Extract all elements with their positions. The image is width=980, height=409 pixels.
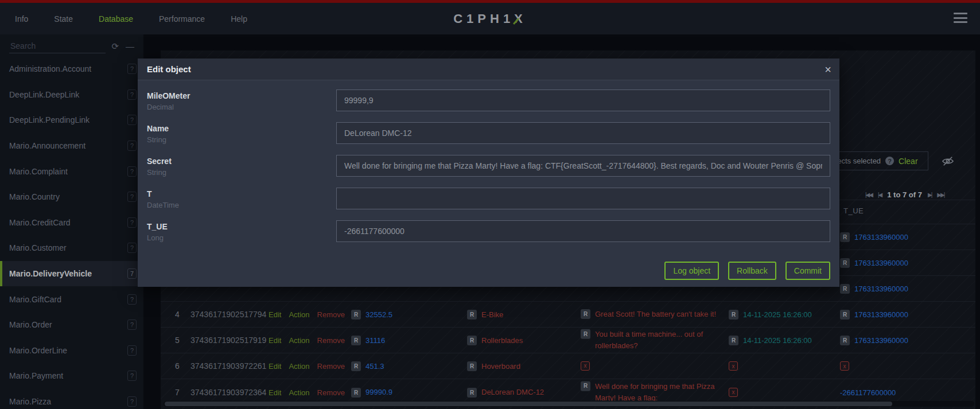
nav-item-help[interactable]: Help — [231, 14, 247, 24]
pagination-first-icon[interactable]: |◀◀ — [865, 192, 872, 198]
action-link[interactable]: Action — [289, 336, 309, 345]
name-value: Hoverboard — [481, 362, 520, 371]
entity-list: Administration.Account? DeepLink.DeepLin… — [0, 56, 143, 409]
pagination-last-icon[interactable]: ▶▶| — [937, 192, 944, 198]
clear-selection-button[interactable]: Clear — [899, 157, 917, 166]
field-type: DateTime — [147, 201, 336, 209]
reference-badge: R — [467, 336, 477, 345]
sidebar-item-mario-pizza[interactable]: Mario.Pizza? — [0, 389, 143, 409]
sidebar-item-mario-complaint[interactable]: Mario.Complaint? — [0, 158, 143, 184]
reference-badge: R — [581, 381, 590, 391]
modal-header: Edit object × — [138, 59, 839, 80]
sidebar-item-mario-deliveryvehicle[interactable]: Mario.DeliveryVehicle7 — [0, 261, 143, 287]
mileometer-value: 32552.5 — [365, 310, 392, 319]
horizontal-scrollbar-thumb[interactable] — [165, 402, 892, 406]
modal-body: MileOMeter Decimal Name String Secret St… — [138, 80, 839, 242]
pagination-next-icon[interactable]: ▶| — [928, 192, 931, 198]
reference-badge: R — [351, 388, 361, 398]
mileometer-value: 451.3 — [365, 362, 384, 371]
edit-link[interactable]: Edit — [269, 310, 281, 319]
field-type: Decimal — [147, 103, 336, 111]
action-link[interactable]: Action — [289, 388, 309, 396]
modal-footer: Log object Rollback Commit — [664, 262, 830, 280]
sidebar-item-administration-account[interactable]: Administration.Account? — [0, 56, 143, 82]
pagination: |◀◀ |◀ 1 to 7 of 7 ▶| ▶▶| — [865, 190, 944, 199]
count-badge: ? — [127, 294, 137, 305]
nav-item-info[interactable]: Info — [15, 14, 28, 24]
modal-title: Edit object — [147, 64, 191, 74]
mileometer-input[interactable] — [336, 89, 830, 111]
hide-columns-eye-slash-icon[interactable] — [942, 155, 954, 167]
sidebar-item-mario-giftcard[interactable]: Mario.GiftCard? — [0, 286, 143, 312]
object-id: 37436171903972261 — [190, 361, 266, 371]
sidebar-item-mario-announcement[interactable]: Mario.Announcement? — [0, 133, 143, 159]
empty-value-badge: x — [840, 361, 849, 371]
nav-item-performance[interactable]: Performance — [159, 14, 205, 24]
table-row: 6 37436171903972261 Edit Action Remove R… — [161, 353, 975, 379]
edit-link[interactable]: Edit — [269, 388, 281, 396]
sidebar-item-deeplink-pendinglink[interactable]: DeepLink.PendingLink? — [0, 107, 143, 133]
remove-link[interactable]: Remove — [317, 388, 345, 396]
secret-value: Great Scott! The battery can't take it! — [595, 309, 716, 320]
secret-value: You built a time machine... out of rolle… — [595, 329, 721, 352]
search-input[interactable] — [9, 39, 106, 53]
sidebar-item-deeplink-deeplink[interactable]: DeepLink.DeepLink? — [0, 82, 143, 108]
edit-link[interactable]: Edit — [269, 336, 281, 345]
secret-input[interactable] — [336, 155, 830, 177]
sidebar-item-mario-customer[interactable]: Mario.Customer? — [0, 235, 143, 261]
field-label: Name — [147, 124, 336, 133]
count-badge: ? — [127, 89, 137, 100]
remove-link[interactable]: Remove — [317, 336, 345, 345]
app-screen: Info State Database Performance Help C1P… — [0, 0, 980, 409]
edit-object-modal: Edit object × MileOMeter Decimal Name St… — [138, 59, 839, 287]
pagination-prev-icon[interactable]: |◀ — [878, 192, 881, 198]
ciphix-logo: C1PH1X — [453, 11, 527, 26]
nav-item-state[interactable]: State — [54, 14, 73, 24]
count-badge: ? — [127, 192, 137, 202]
sidebar-item-mario-country[interactable]: Mario.Country? — [0, 184, 143, 210]
sidebar-item-mario-orderline[interactable]: Mario.OrderLine? — [0, 338, 143, 364]
collapse-icon[interactable]: — — [126, 41, 134, 52]
count-badge: ? — [127, 166, 137, 177]
hamburger-menu-icon[interactable] — [954, 13, 967, 23]
close-icon[interactable]: × — [825, 64, 831, 75]
reference-badge: R — [351, 310, 361, 320]
count-badge: ? — [127, 64, 137, 74]
sidebar-item-label: Mario.Announcement — [9, 141, 85, 150]
t-ue-value: -2661177600000 — [840, 388, 896, 396]
name-value: Rollerblades — [481, 336, 523, 345]
t-input[interactable] — [336, 188, 830, 209]
action-link[interactable]: Action — [289, 310, 309, 319]
edit-link[interactable]: Edit — [269, 362, 281, 371]
sidebar-item-label: Mario.Country — [9, 192, 60, 201]
log-object-button[interactable]: Log object — [664, 262, 719, 280]
nav-item-database[interactable]: Database — [99, 14, 133, 24]
row-number: 5 — [169, 336, 186, 345]
field-name: Name String — [147, 122, 830, 144]
commit-button[interactable]: Commit — [785, 262, 830, 280]
mileometer-value: 99990.9 — [365, 388, 392, 396]
t-ue-value: 1763133960000 — [854, 285, 908, 293]
table-row: 4 37436171902517794 Edit Action Remove R… — [161, 302, 975, 328]
remove-link[interactable]: Remove — [317, 310, 345, 319]
action-link[interactable]: Action — [289, 362, 309, 371]
sidebar-item-mario-creditcard[interactable]: Mario.CreditCard? — [0, 210, 143, 236]
t-ue-value: 1763133960000 — [854, 259, 908, 267]
secret-value: Well done for bringing me that Pizza Mar… — [595, 380, 721, 403]
count-badge: ? — [127, 345, 137, 356]
sidebar-item-mario-order[interactable]: Mario.Order? — [0, 312, 143, 338]
pagination-label: 1 to 7 of 7 — [887, 190, 922, 199]
remove-link[interactable]: Remove — [317, 362, 345, 371]
help-icon[interactable]: ? — [885, 157, 894, 165]
object-id: 37436171902517794 — [190, 310, 266, 319]
name-input[interactable] — [336, 122, 830, 144]
rollback-button[interactable]: Rollback — [728, 262, 776, 280]
sidebar-item-label: Mario.Order — [9, 320, 52, 329]
sidebar-item-mario-payment[interactable]: Mario.Payment? — [0, 363, 143, 389]
reference-badge: R — [581, 309, 590, 319]
main-nav: Info State Database Performance Help — [15, 3, 247, 34]
topbar: Info State Database Performance Help C1P… — [0, 3, 980, 34]
t-ue-input[interactable] — [336, 220, 830, 242]
refresh-icon[interactable]: ⟳ — [111, 41, 119, 52]
count-badge: ? — [127, 243, 137, 253]
